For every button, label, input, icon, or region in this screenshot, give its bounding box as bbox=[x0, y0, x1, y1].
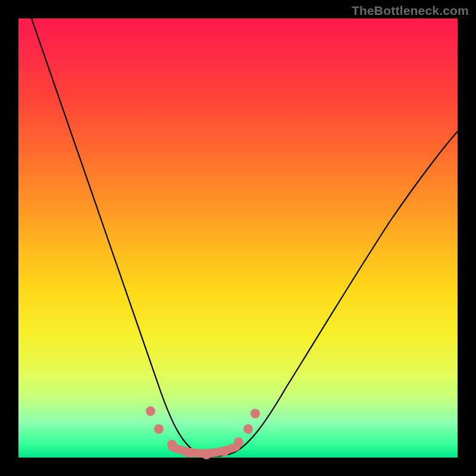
svg-point-1 bbox=[154, 424, 164, 434]
dotted-accent bbox=[146, 406, 260, 459]
svg-point-7 bbox=[243, 424, 253, 434]
plot-area bbox=[18, 18, 458, 458]
svg-point-8 bbox=[250, 409, 260, 418]
chart-frame: TheBottleneck.com bbox=[0, 0, 476, 476]
curve-svg bbox=[18, 18, 458, 458]
bottleneck-curve bbox=[32, 18, 458, 456]
watermark-text: TheBottleneck.com bbox=[352, 4, 469, 18]
svg-point-0 bbox=[146, 406, 155, 416]
